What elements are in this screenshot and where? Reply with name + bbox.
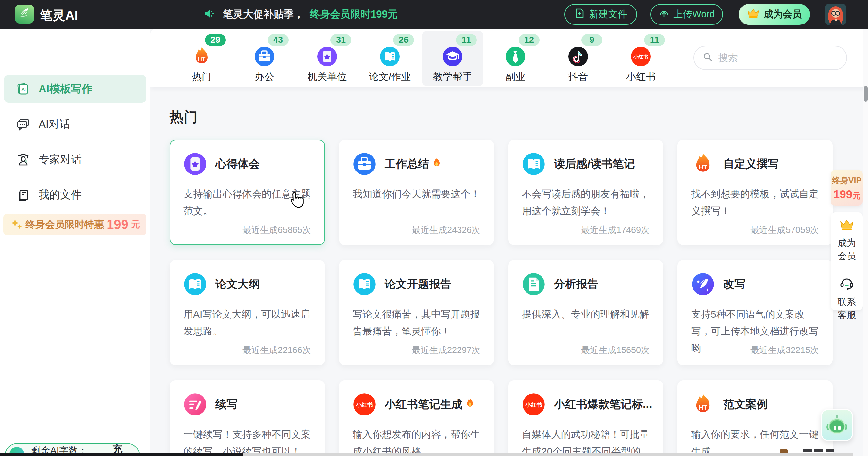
tab-count-badge: 11 xyxy=(644,34,665,46)
cutoff-text-fragment xyxy=(814,450,823,452)
doc-report-icon xyxy=(522,272,546,296)
category-tab[interactable]: 26 论文/作业 xyxy=(359,34,421,84)
ai-chat-icon xyxy=(16,117,31,132)
become-member-rail-button[interactable]: 成为会员 xyxy=(831,212,863,268)
template-card[interactable]: 心得体会 支持输出心得体会的任意主题范文。 最近生成65865次 xyxy=(169,140,325,245)
sidebar-item[interactable]: 专家对话 xyxy=(4,146,147,173)
member-label: 成为会员 xyxy=(837,236,857,263)
template-card[interactable]: 小红书 小红书笔记生成 输入你想发布的内容，帮你生成小红书的风格。 xyxy=(339,380,494,456)
card-title: 小红书爆款笔记标... xyxy=(554,397,652,412)
new-file-button[interactable]: 新建文件 xyxy=(564,4,637,25)
tab-label: 办公 xyxy=(255,70,274,84)
template-card[interactable]: 工作总结 我知道你们今天就需要这个！ 最近生成24326次 xyxy=(339,140,494,245)
template-card[interactable]: HT 范文案例 输入你的要求，任何范文一键生成 xyxy=(678,380,833,456)
card-usage-count: 最近生成57059次 xyxy=(750,224,819,236)
template-card[interactable]: 改写 支持5种不同语气的文案改写，可上传本地文档进行改写哟 最近生成32215次 xyxy=(678,260,833,365)
upload-word-button[interactable]: 上传Word xyxy=(650,4,723,25)
expert-chat-icon xyxy=(16,152,31,167)
card-description: 不会写读后感的朋友有福啦，用这个就立刻学会！ xyxy=(522,186,650,220)
contact-support-button[interactable]: 联系客服 xyxy=(831,268,863,328)
tab-count-badge: 43 xyxy=(268,34,288,46)
lifetime-vip-badge[interactable]: 终身VIP 199元 xyxy=(831,170,863,206)
briefcase-icon xyxy=(254,46,275,67)
card-title: 范文案例 xyxy=(723,397,768,412)
megaphone-icon xyxy=(203,7,217,22)
upload-cloud-icon xyxy=(658,8,670,21)
flame-ht-icon: HT xyxy=(691,152,715,176)
card-title: 自定义撰写 xyxy=(723,157,779,171)
vip-label: 终身VIP xyxy=(832,175,862,186)
template-card[interactable]: 续写 一键续写！支持多种不同文案的续写，小说续写也可以！ xyxy=(169,380,325,456)
category-tab[interactable]: 31 机关单位 xyxy=(296,34,359,84)
promo-price: 199 xyxy=(106,217,128,232)
user-avatar[interactable] xyxy=(825,4,846,25)
crown-icon xyxy=(747,7,760,22)
template-card[interactable]: 论文大纲 用AI写论文大纲，可以迅速启发思路。 最近生成22166次 xyxy=(169,260,325,365)
card-usage-count: 最近生成22166次 xyxy=(243,344,311,356)
lifetime-promo-banner[interactable]: 终身会员限时特惠 199 元 xyxy=(3,214,147,235)
file-plus-icon xyxy=(574,8,585,21)
book-icon xyxy=(183,272,207,296)
tab-count-badge: 26 xyxy=(393,34,414,46)
upload-word-label: 上传Word xyxy=(674,8,715,21)
sidebar-item-label: 专家对话 xyxy=(38,152,82,167)
sidebar-item[interactable]: 我的文件 xyxy=(4,181,147,208)
card-title: 续写 xyxy=(215,397,238,412)
my-files-icon xyxy=(16,187,31,202)
right-rail-card: 成为会员 联系客服 xyxy=(831,212,863,310)
category-tab[interactable]: 12 副业 xyxy=(484,34,547,84)
tab-label: 机关单位 xyxy=(308,70,347,84)
card-usage-count: 最近生成65865次 xyxy=(243,224,311,236)
svg-text:AI: AI xyxy=(22,87,26,92)
sidebar-item[interactable]: AI AI模板写作 xyxy=(4,75,147,103)
search-input[interactable] xyxy=(718,52,826,63)
bottom-progress-strip xyxy=(0,453,868,456)
card-description: 自媒体人的武功秘籍！可批量生成20个同主题不同类型的笔记 xyxy=(522,426,650,456)
svg-text:HT: HT xyxy=(198,56,206,62)
category-tab[interactable]: 11 教学帮手 xyxy=(421,34,484,84)
headset-icon xyxy=(839,275,855,292)
become-member-button[interactable]: 成为会员 xyxy=(739,4,810,25)
card-description: 用AI写论文大纲，可以迅速启发思路。 xyxy=(183,306,311,340)
scrollbar-track[interactable] xyxy=(863,29,868,456)
card-title: 读后感/读书笔记 xyxy=(554,157,635,171)
card-title: 小红书笔记生成 xyxy=(385,397,475,412)
bottom-strip-dark-segment xyxy=(0,453,244,456)
template-card[interactable]: HT 自定义撰写 找不到想要的模板，试试自定义撰写！ 最近生成57059次 xyxy=(678,140,833,245)
scrollbar-thumb[interactable] xyxy=(864,86,868,102)
category-tabstrip: 29 HT 热门 43 办公 31 机关单位 26 论文/作业 11 教学帮手 … xyxy=(150,29,868,87)
sidebar-item-label: AI对话 xyxy=(38,117,70,132)
app-logo[interactable] xyxy=(15,5,34,24)
template-card[interactable]: 读后感/读书笔记 不会写读后感的朋友有福啦，用这个就立刻学会！ 最近生成1746… xyxy=(508,140,663,245)
card-description: 找不到想要的模板，试试自定义撰写！ xyxy=(691,186,819,220)
card-description: 一键续写！支持多种不同文案的续写，小说续写也可以！ xyxy=(183,426,311,456)
template-card[interactable]: 分析报告 提供深入、专业的理解和见解 最近生成15650次 xyxy=(508,260,663,365)
cutoff-text-fragment xyxy=(803,450,812,452)
card-title: 分析报告 xyxy=(554,277,598,292)
announcement-highlight[interactable]: 终身会员限时199元 xyxy=(310,7,398,21)
card-description: 输入你的要求，任何范文一键生成 xyxy=(691,426,819,456)
svg-text:HT: HT xyxy=(699,404,707,411)
tab-count-badge: 11 xyxy=(456,34,477,46)
template-card[interactable]: 论文开题报告 写论文很痛苦，其中写开题报告最痛苦，笔灵懂你！ 最近生成22297… xyxy=(339,260,494,365)
card-usage-count: 最近生成17469次 xyxy=(581,224,650,236)
sidebar-item[interactable]: AI对话 xyxy=(4,110,147,138)
category-tab[interactable]: 9 抖音 xyxy=(547,34,610,84)
tiktok-icon xyxy=(568,46,589,67)
search-box[interactable] xyxy=(693,46,847,70)
category-tab[interactable]: 11 小红书 小红书 xyxy=(610,34,672,84)
tab-label: 小红书 xyxy=(626,70,656,84)
search-icon xyxy=(703,52,713,64)
tab-label: 论文/作业 xyxy=(369,70,411,84)
category-tab[interactable]: 43 办公 xyxy=(233,34,296,84)
flame-ht-icon: HT xyxy=(191,46,212,67)
announcement-text: 笔灵大促补贴季， xyxy=(223,7,304,21)
xhs-icon: 小红书 xyxy=(522,393,546,416)
app-title: 笔灵AI xyxy=(40,7,79,24)
cutoff-thumbnail xyxy=(780,450,787,453)
template-card[interactable]: 小红书 小红书爆款笔记标... 自媒体人的武功秘籍！可批量生成20个同主题不同类… xyxy=(508,380,663,456)
xhs-icon: 小红书 xyxy=(630,46,651,67)
ai-template-icon: AI xyxy=(16,82,31,96)
category-tab[interactable]: 29 HT 热门 xyxy=(170,34,233,84)
assistant-robot-button[interactable] xyxy=(821,409,853,441)
